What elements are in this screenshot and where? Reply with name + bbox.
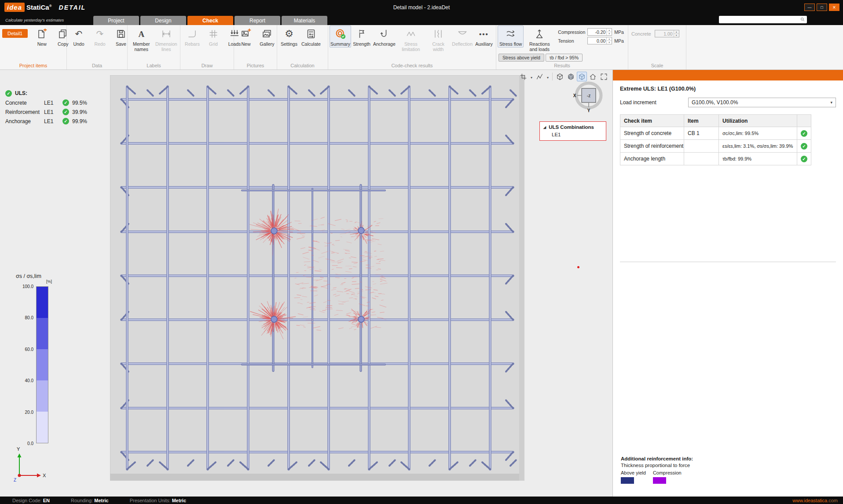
tab-design[interactable]: Design xyxy=(140,16,186,25)
structure-3d-view[interactable] xyxy=(110,75,524,481)
auxiliary-button[interactable]: ••• Auxiliary xyxy=(473,26,495,47)
scale-tick: 80.0 xyxy=(16,315,33,320)
group-label-scale: Scale xyxy=(630,62,685,69)
stress-flow-icon xyxy=(506,27,516,40)
view-cube[interactable]: -z X Y xyxy=(572,80,605,114)
maximize-button[interactable]: □ xyxy=(817,4,827,11)
cell-check-item: Strength of concrete xyxy=(620,127,684,140)
clipping-chevron-icon[interactable]: ▾ xyxy=(529,73,534,80)
table-row[interactable]: Anchorage length τb/fbd: 99.9% ✓ xyxy=(620,153,811,165)
results-panel-header[interactable] xyxy=(613,70,843,80)
tab-report[interactable]: Report xyxy=(235,16,280,25)
crack-width-button[interactable]: Crack width xyxy=(425,26,451,53)
rebars-button[interactable]: Rebars xyxy=(182,26,203,47)
scale-tick: 60.0 xyxy=(16,347,33,352)
check-ok-icon: ✓ xyxy=(801,156,807,162)
search-box[interactable] xyxy=(719,16,807,23)
color-scale-title: σs / σs,lim xyxy=(16,273,53,279)
summary-check-icon xyxy=(335,27,346,40)
wireframe-view-icon[interactable] xyxy=(555,72,565,81)
check-ok-icon: ✓ xyxy=(801,130,807,137)
load-increment-label: Load increment xyxy=(620,99,688,106)
view-cube-x-label: X xyxy=(573,93,576,98)
tab-check[interactable]: Check xyxy=(187,16,233,25)
undo-button[interactable]: ↶ Undo xyxy=(68,26,89,47)
crack-width-label: Crack width xyxy=(427,41,449,52)
settings-button[interactable]: ⚙ Settings xyxy=(279,26,300,47)
combination-item-le1[interactable]: LE1 xyxy=(552,132,602,137)
new-picture-label: New xyxy=(241,41,250,47)
strength-label: Strength xyxy=(353,41,370,47)
dimension-lines-button[interactable]: Dimension lines xyxy=(154,26,179,53)
presentation-units-status: Presentation Units: Metric xyxy=(130,498,186,503)
results-plot-icon[interactable] xyxy=(535,72,545,81)
calculate-button[interactable]: Calculate xyxy=(300,26,323,47)
clipping-tool-icon[interactable] xyxy=(518,72,528,81)
uls-combinations-header[interactable]: ◢ ULS Combinations xyxy=(543,124,602,130)
stress-range-controls: Compression -0.20 ▴▾ MPa Tension 0.00 ▴▾ xyxy=(558,28,624,44)
strength-button[interactable]: Strength xyxy=(351,26,372,47)
viewport-area: ▾ ▾ -z X Y ✓ ULS: xyxy=(0,70,613,497)
cell-item xyxy=(684,153,719,165)
tension-input[interactable]: 0.00 ▴▾ xyxy=(587,37,612,44)
plot-chevron-icon[interactable]: ▾ xyxy=(546,73,550,80)
results-panel: Extreme ULS: LE1 (G100.0%) Load incremen… xyxy=(613,70,843,497)
search-icon xyxy=(800,16,805,24)
settings-label: Settings xyxy=(281,41,297,47)
detail1-project-button[interactable]: Detail1 xyxy=(2,29,28,38)
new-picture-icon xyxy=(241,27,251,40)
load-increment-value: G100.0%, V100.0% xyxy=(692,99,738,106)
tab-project[interactable]: Project xyxy=(93,16,139,25)
compression-input[interactable]: -0.20 ▴▾ xyxy=(587,28,612,36)
header-utilization: Utilization xyxy=(719,115,797,127)
table-row[interactable]: Strength of reinforcement εs/εs,lim: 3.1… xyxy=(620,140,811,153)
gallery-button[interactable]: Gallery xyxy=(257,26,278,47)
cell-item xyxy=(684,140,719,153)
table-header-row: Check item Item Utilization xyxy=(620,115,811,127)
tension-unit: MPa xyxy=(614,38,624,44)
minimize-button[interactable]: — xyxy=(804,4,815,11)
deflection-button[interactable]: Deflection xyxy=(451,26,473,47)
chevron-down-icon: ▾ xyxy=(830,100,832,105)
stress-limitation-button[interactable]: Stress limitation xyxy=(396,26,426,53)
stress-flow-button[interactable]: Stress flow xyxy=(498,26,524,47)
gallery-label: Gallery xyxy=(260,41,274,47)
cell-check-item: Anchorage length xyxy=(620,153,684,165)
cell-utilization: τb/fbd: 99.9% xyxy=(719,153,797,165)
tension-value: 0.00 xyxy=(597,38,605,44)
search-input[interactable] xyxy=(721,17,800,22)
color-scale-bar xyxy=(36,286,48,443)
design-code-status: Design Code: EN xyxy=(12,498,50,503)
new-picture-button[interactable]: New xyxy=(235,26,257,47)
check-ok-icon: ✓ xyxy=(801,143,807,150)
summary-label: Summary xyxy=(330,41,350,47)
redo-button[interactable]: ↷ Redo xyxy=(89,26,110,47)
concrete-scale-input[interactable]: 1.00 ▴▾ xyxy=(655,30,679,37)
grid-button[interactable]: Grid xyxy=(203,26,224,47)
member-names-button[interactable]: A Member names xyxy=(129,26,154,53)
view-cube-y-label: Y xyxy=(587,108,590,113)
color-scale-legend: σs / σs,lim [%] 100.0 80.0 60.0 40.0 20.… xyxy=(16,273,53,443)
cell-check-item: Strength of reinforcement xyxy=(620,140,684,153)
load-increment-select[interactable]: G100.0%, V100.0% ▾ xyxy=(688,98,836,107)
tension-spinner-arrows[interactable]: ▴▾ xyxy=(606,37,612,44)
new-project-item-button[interactable]: New xyxy=(31,26,52,47)
save-label: Save xyxy=(116,41,126,47)
anchorage-button[interactable]: Anchorage xyxy=(372,26,396,47)
close-button[interactable]: × xyxy=(829,4,839,11)
scale-spinner-arrows[interactable]: ▴▾ xyxy=(674,30,679,37)
crack-width-icon xyxy=(433,27,443,40)
check-ok-icon: ✓ xyxy=(62,118,69,124)
window-controls: — □ × xyxy=(804,4,843,11)
group-label-labels: Labels xyxy=(129,62,179,69)
website-link[interactable]: www.ideastatica xyxy=(792,498,827,503)
compression-spinner-arrows[interactable]: ▴▾ xyxy=(606,29,612,35)
summary-button[interactable]: Summary xyxy=(330,26,351,47)
tb-fbd-toggle[interactable]: τb / fbd > 95% xyxy=(546,54,583,62)
table-row[interactable]: Strength of concrete CB 1 σc/σc,lim: 99.… xyxy=(620,127,811,140)
stress-above-yield-toggle[interactable]: Stress above yield xyxy=(498,54,544,62)
axes-triad: Y X Z xyxy=(12,445,49,483)
reactions-loads-button[interactable]: Reactions and loads xyxy=(524,26,555,53)
panel-divider xyxy=(620,262,836,262)
tab-materials[interactable]: Materials xyxy=(282,16,327,25)
